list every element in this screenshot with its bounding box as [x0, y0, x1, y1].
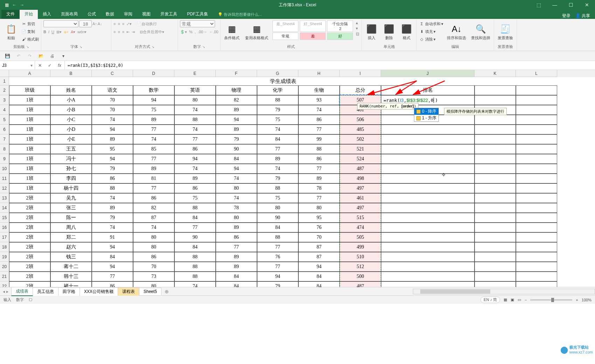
cell[interactable]: 77 [257, 242, 298, 252]
undo-button[interactable]: ↶ [15, 52, 22, 60]
cell[interactable]: 84 [216, 281, 257, 287]
cell[interactable]: 79 [257, 281, 298, 287]
cell[interactable] [516, 95, 557, 105]
currency-button[interactable]: 💲▾ [180, 30, 187, 34]
cell[interactable] [475, 252, 516, 262]
cell[interactable]: 1班 [9, 125, 50, 134]
tab-pdf[interactable]: PDF工具集 [182, 9, 213, 19]
tab-home[interactable]: 开始 [20, 9, 38, 19]
cell[interactable]: 84 [298, 272, 340, 281]
cell[interactable]: 物理 [216, 85, 257, 95]
cell[interactable]: 497 [340, 183, 381, 193]
arrow-right-icon[interactable]: → [19, 2, 25, 8]
col-header-L[interactable]: L [516, 70, 557, 77]
cell[interactable]: 陈一 [50, 213, 92, 223]
cell[interactable]: 79 [257, 105, 298, 115]
cell[interactable]: 88 [174, 252, 216, 262]
cell[interactable]: 80 [216, 183, 257, 193]
cell[interactable]: 1班 [9, 95, 50, 105]
row-header-22[interactable]: 22 [0, 281, 9, 287]
sheet-tab-4[interactable]: XXX公司销售额 [79, 287, 118, 296]
cell[interactable] [516, 144, 557, 154]
cell[interactable]: 70 [133, 262, 174, 272]
cell[interactable]: 85 [133, 144, 174, 154]
cell[interactable]: 93 [298, 95, 340, 105]
increase-indent-icon[interactable]: ⇥ [132, 30, 135, 34]
cell[interactable] [381, 213, 475, 223]
styles-up-icon[interactable]: ▴ [356, 20, 359, 25]
cell[interactable]: 505 [340, 232, 381, 242]
sort-filter-button[interactable]: A↓排序和筛选 [445, 20, 468, 43]
cell[interactable]: 77 [257, 144, 298, 154]
cell[interactable] [516, 213, 557, 223]
cell[interactable] [381, 144, 475, 154]
row-header-11[interactable]: 11 [0, 174, 9, 183]
cell[interactable]: 2班 [9, 213, 50, 223]
cell[interactable]: 79 [257, 174, 298, 183]
cell[interactable]: 81 [133, 174, 174, 183]
cell[interactable]: 2班 [9, 193, 50, 203]
font-name-select[interactable] [43, 20, 78, 27]
font-launcher[interactable]: ↘ [79, 45, 82, 49]
cell[interactable]: 钱三 [50, 252, 92, 262]
cell[interactable]: 77 [174, 134, 216, 144]
cell[interactable]: 74 [174, 281, 216, 287]
row-header-17[interactable]: 17 [0, 232, 9, 242]
cell[interactable]: 75 [133, 105, 174, 115]
cell[interactable]: 88 [174, 262, 216, 272]
cell[interactable]: 89 [92, 134, 133, 144]
cell[interactable] [381, 154, 475, 164]
scrollbar-thumb[interactable] [420, 289, 490, 294]
cell[interactable] [381, 203, 475, 213]
cell[interactable]: 524 [340, 154, 381, 164]
cell[interactable]: 89 [216, 262, 257, 272]
minimize-button[interactable]: — [547, 0, 563, 10]
cell[interactable]: 502 [340, 134, 381, 144]
autocomplete-item-1[interactable]: 1 - 升序 [414, 115, 438, 121]
tab-file[interactable]: 文件 [1, 9, 20, 19]
style-chip-1[interactable]: 差_Sheet4 [272, 20, 298, 32]
tab-data[interactable]: 数据 [101, 9, 119, 19]
cell[interactable]: 74 [216, 174, 257, 183]
cell[interactable] [475, 125, 516, 134]
conditional-format-button[interactable]: ▦条件格式 [223, 20, 241, 43]
sheet-tab-3[interactable]: 田字格 [58, 287, 80, 296]
cell[interactable]: 74 [257, 164, 298, 174]
number-format-select[interactable]: 常规 [180, 20, 215, 27]
row-header-15[interactable]: 15 [0, 213, 9, 223]
number-launcher[interactable]: ↘ [202, 45, 205, 49]
cell[interactable]: 2班 [9, 252, 50, 262]
fill-button[interactable]: ⬇填充 ▾ [419, 28, 443, 35]
cell[interactable]: 小B [50, 105, 92, 115]
comma-button[interactable]: , [195, 30, 196, 34]
zoom-in-button[interactable]: + [576, 298, 578, 302]
orientation-icon[interactable]: ⤢▾ [126, 22, 132, 26]
cell[interactable]: 73 [133, 272, 174, 281]
zoom-knob[interactable] [551, 298, 554, 302]
cell[interactable] [516, 193, 557, 203]
login-link[interactable]: 登录 [562, 13, 570, 19]
cell[interactable]: 74 [298, 105, 340, 115]
tab-formulas[interactable]: 公式 [83, 9, 101, 19]
cell[interactable]: 小A [50, 95, 92, 105]
cell[interactable]: 1班 [9, 174, 50, 183]
select-all-corner[interactable] [0, 70, 9, 77]
cell[interactable]: 487 [340, 281, 381, 287]
cell[interactable]: 90 [257, 213, 298, 223]
cell[interactable]: 77 [298, 164, 340, 174]
sheet-nav-last-icon[interactable]: ▸ [6, 289, 8, 294]
style-chip-normal[interactable]: 常规 [272, 33, 298, 40]
cell[interactable] [381, 242, 475, 252]
grow-font-icon[interactable]: A↑ [92, 22, 97, 26]
cell[interactable] [475, 213, 516, 223]
cell[interactable]: 74 [174, 164, 216, 174]
cell[interactable] [516, 232, 557, 242]
cell[interactable] [516, 281, 557, 287]
close-button[interactable]: ✕ [579, 0, 595, 10]
cell[interactable] [516, 272, 557, 281]
macro-record-icon[interactable]: ▢ [29, 297, 32, 302]
cell[interactable]: 89 [174, 174, 216, 183]
row-header-7[interactable]: 7 [0, 134, 9, 144]
cell[interactable]: 474 [340, 223, 381, 232]
cell[interactable]: 生物 [298, 85, 340, 95]
